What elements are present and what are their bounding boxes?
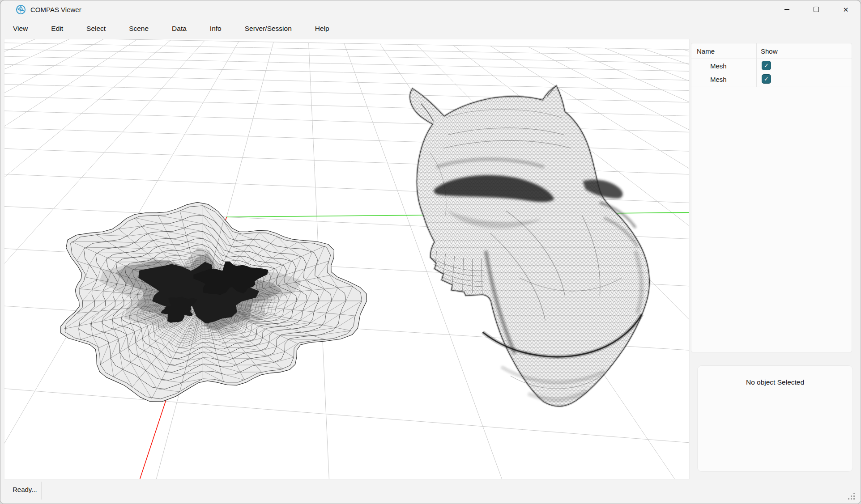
menu-scene[interactable]: Scene xyxy=(117,18,160,39)
menu-select[interactable]: Select xyxy=(75,18,117,39)
menu-info[interactable]: Info xyxy=(198,18,233,39)
scene-tree-header: Name Show xyxy=(691,43,852,59)
column-header-show: Show xyxy=(756,47,778,55)
status-divider xyxy=(41,482,42,500)
minimize-icon xyxy=(784,9,789,9)
maximize-icon xyxy=(814,7,819,12)
close-icon: ✕ xyxy=(843,6,849,13)
menu-edit[interactable]: Edit xyxy=(39,18,75,39)
scene-tree-panel: Name Show Mesh ✓ Mesh ✓ xyxy=(691,43,852,352)
mesh-name-label: Mesh xyxy=(691,62,737,70)
window-title: COMPAS Viewer xyxy=(30,6,81,13)
menu-help[interactable]: Help xyxy=(303,18,341,39)
status-bar: Ready... xyxy=(0,479,861,504)
show-checkbox-1[interactable]: ✓ xyxy=(762,61,771,70)
tree-row-mesh-2[interactable]: Mesh ✓ xyxy=(691,72,852,86)
resize-grip-icon[interactable] xyxy=(848,492,855,500)
terrain-mesh xyxy=(61,202,367,402)
status-message: Ready... xyxy=(13,479,37,500)
mesh-name-label: Mesh xyxy=(691,76,737,83)
show-checkbox-2[interactable]: ✓ xyxy=(762,74,771,84)
menu-view[interactable]: View xyxy=(1,18,39,39)
maximize-button[interactable] xyxy=(801,0,831,18)
object-info-panel: No object Selected xyxy=(697,365,853,472)
no-selection-message: No object Selected xyxy=(698,378,852,386)
menu-bar: View Edit Select Scene Data Info Server/… xyxy=(1,18,861,39)
menu-server-session[interactable]: Server/Session xyxy=(233,18,303,39)
close-button[interactable]: ✕ xyxy=(831,0,861,18)
minimize-button[interactable] xyxy=(772,0,801,18)
viewport-3d[interactable] xyxy=(4,39,690,479)
camel-head-mesh xyxy=(410,86,649,407)
tree-row-mesh-1[interactable]: Mesh ✓ xyxy=(691,59,852,72)
menu-data[interactable]: Data xyxy=(160,18,198,39)
title-bar[interactable]: COMPAS Viewer ✕ xyxy=(0,0,861,18)
compas-logo-icon xyxy=(16,4,26,15)
app-window: COMPAS Viewer ✕ View Edit Select Scene D… xyxy=(0,0,861,504)
column-header-name: Name xyxy=(691,47,756,55)
